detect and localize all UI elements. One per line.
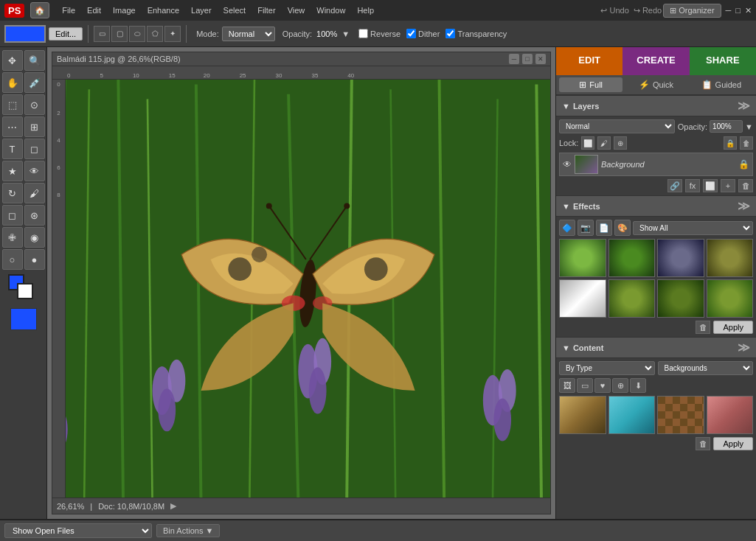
lock-pixels-btn[interactable]: 🖌 <box>597 136 611 150</box>
effects-photo-btn[interactable]: 📷 <box>578 220 594 236</box>
content-search-btn[interactable]: ⊕ <box>612 378 628 393</box>
menu-select[interactable]: Select <box>218 4 252 16</box>
background-1[interactable] <box>559 396 606 434</box>
content-category-select[interactable]: Backgrounds Frames Graphics <box>658 361 754 375</box>
layer-background[interactable]: 👁 Background 🔒 <box>559 153 753 176</box>
move-tool[interactable]: ✥ <box>2 50 23 71</box>
edit-button[interactable]: Edit... <box>49 27 83 41</box>
menu-layer[interactable]: Layer <box>186 4 217 16</box>
zoom-tool[interactable]: 🔍 <box>24 50 45 71</box>
background-4[interactable] <box>707 396 754 434</box>
opacity-input[interactable] <box>710 120 743 133</box>
dither-checkbox-label[interactable]: Dither <box>406 29 440 38</box>
rectangle-tool[interactable]: ▭ <box>94 26 110 42</box>
effect-7[interactable] <box>657 279 704 318</box>
content-heart-btn[interactable]: ♥ <box>594 378 611 393</box>
close-button[interactable]: ✕ <box>745 6 752 15</box>
quick-tab[interactable]: ⚡ Quick <box>624 77 687 92</box>
content-section-header[interactable]: ▼ Content ≫ <box>556 337 756 358</box>
menu-view[interactable]: View <box>282 4 311 16</box>
marquee-tool[interactable]: ⬚ <box>2 94 23 115</box>
effects-filters-btn[interactable]: 🔷 <box>559 220 575 236</box>
organizer-button[interactable]: ⊞ Organizer <box>663 4 721 18</box>
home-button[interactable]: 🏠 <box>30 2 49 18</box>
menu-file[interactable]: File <box>57 4 80 16</box>
color-preview[interactable] <box>10 308 37 330</box>
menu-enhance[interactable]: Enhance <box>142 4 184 16</box>
burn-tool[interactable]: ● <box>24 249 45 270</box>
transparency-checkbox-label[interactable]: Transparency <box>445 29 507 38</box>
effects-delete-btn[interactable]: 🗑 <box>696 321 710 334</box>
custom-shape-tool[interactable]: ✦ <box>164 26 181 42</box>
full-tab[interactable]: ⊞ Full <box>559 77 623 92</box>
background-3[interactable] <box>657 396 704 434</box>
lock-transparent-btn[interactable]: ⬜ <box>581 136 594 150</box>
content-prev-btn[interactable]: 🖼 <box>559 378 575 393</box>
layers-section-header[interactable]: ▼ Layers ≫ <box>556 95 756 116</box>
effects-text-btn[interactable]: 📄 <box>596 220 612 236</box>
heal-tool[interactable]: ✙ <box>2 227 23 248</box>
mode-select[interactable]: Normal Dissolve Multiply <box>222 27 275 41</box>
effect-8[interactable] <box>707 279 754 318</box>
background-2[interactable] <box>608 396 656 434</box>
new-layer-btn[interactable]: + <box>721 179 735 192</box>
menu-window[interactable]: Window <box>311 4 350 16</box>
eyedropper-tool[interactable]: 💉 <box>24 72 45 93</box>
link-layers-btn[interactable]: 🔗 <box>667 179 682 192</box>
opacity-arrow[interactable]: ▼ <box>341 29 350 38</box>
undo-button[interactable]: ↩ Undo <box>600 6 628 15</box>
effect-6[interactable] <box>608 279 656 318</box>
effects-styles-btn[interactable]: 🎨 <box>614 220 631 236</box>
view-tool[interactable]: 👁 <box>24 161 45 181</box>
add-style-btn[interactable]: fx <box>685 179 700 192</box>
crop-tool[interactable]: ⊞ <box>24 116 45 137</box>
reverse-checkbox[interactable] <box>358 29 368 38</box>
lock-position-btn[interactable]: ⊕ <box>614 136 627 150</box>
eraser-tool[interactable]: ◻ <box>2 205 23 226</box>
delete-layer-btn[interactable]: 🗑 <box>740 136 753 150</box>
bin-show-select[interactable]: Show Open Files <box>4 523 152 538</box>
ellipse-tool[interactable]: ⬭ <box>129 26 145 42</box>
lock-all-btn[interactable]: 🔒 <box>724 136 737 150</box>
hand-tool[interactable]: ✋ <box>2 72 23 93</box>
canvas-minimize[interactable]: ─ <box>509 54 519 64</box>
layers-expand-icon[interactable]: ≫ <box>738 99 750 113</box>
edit-tab[interactable]: EDIT <box>556 47 623 75</box>
canvas-close[interactable]: ✕ <box>535 54 546 64</box>
effects-expand-icon[interactable]: ≫ <box>738 199 750 213</box>
menu-help[interactable]: Help <box>352 4 379 16</box>
effect-5[interactable] <box>559 279 606 318</box>
content-type-select[interactable]: By Type By Activity <box>559 361 655 375</box>
content-download-btn[interactable]: ⬇ <box>630 378 646 393</box>
minimize-button[interactable]: ─ <box>726 6 732 15</box>
content-apply-btn[interactable]: Apply <box>713 437 753 450</box>
content-expand-icon[interactable]: ≫ <box>738 341 750 355</box>
effects-category-select[interactable]: Show All <box>633 221 753 235</box>
effect-3[interactable] <box>657 239 704 277</box>
maximize-button[interactable]: □ <box>735 6 741 15</box>
shape-tool[interactable]: ◻ <box>24 139 45 159</box>
create-tab[interactable]: CREATE <box>623 47 689 75</box>
foreground-color-swatch[interactable] <box>4 25 46 43</box>
dither-checkbox[interactable] <box>406 29 416 38</box>
status-arrow[interactable]: ▶ <box>170 501 176 511</box>
reverse-checkbox-label[interactable]: Reverse <box>358 29 400 38</box>
dodge-tool[interactable]: ○ <box>2 249 23 270</box>
guided-tab[interactable]: 📋 Guided <box>690 77 753 92</box>
effects-apply-btn[interactable]: Apply <box>713 321 753 334</box>
share-tab[interactable]: SHARE <box>690 47 756 75</box>
menu-filter[interactable]: Filter <box>252 4 280 16</box>
effect-4[interactable] <box>707 239 754 277</box>
effect-1[interactable] <box>559 239 606 277</box>
text-tool[interactable]: T <box>2 139 23 159</box>
content-list-btn[interactable]: ▭ <box>577 378 593 393</box>
canvas-restore[interactable]: □ <box>522 54 533 64</box>
content-delete-btn[interactable]: 🗑 <box>696 437 710 450</box>
polygon-tool[interactable]: ⬠ <box>147 26 163 42</box>
layer-visibility-icon[interactable]: 👁 <box>563 159 572 170</box>
bin-actions-button[interactable]: Bin Actions ▼ <box>156 524 220 537</box>
effect-2[interactable] <box>608 239 656 277</box>
background-color[interactable] <box>17 283 33 299</box>
magic-wand-tool[interactable]: ⋯ <box>2 116 23 137</box>
rotate-tool[interactable]: ↻ <box>2 183 23 203</box>
